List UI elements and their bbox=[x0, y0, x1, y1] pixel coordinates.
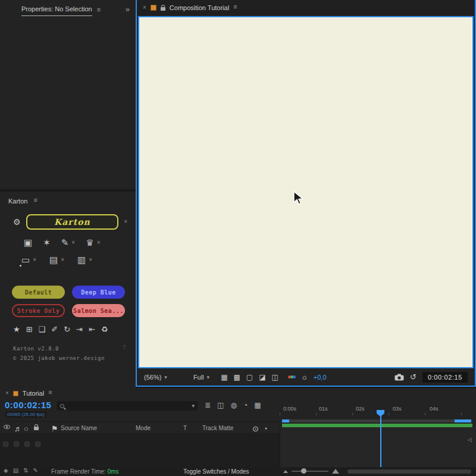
label-flag-icon[interactable]: ⚑ bbox=[51, 425, 58, 433]
column-mode[interactable]: Mode bbox=[136, 425, 151, 431]
zoom-slider-handle[interactable] bbox=[301, 468, 306, 474]
solo-icon[interactable]: ○ bbox=[24, 425, 29, 433]
panel-menu-icon[interactable]: ≡ bbox=[48, 389, 52, 398]
rows-layout-icon[interactable]: ▤ bbox=[49, 255, 58, 264]
composition-viewport[interactable] bbox=[138, 16, 474, 368]
close-icon[interactable]: × bbox=[71, 240, 75, 246]
video-eye-icon[interactable] bbox=[4, 425, 10, 429]
close-icon[interactable]: × bbox=[33, 257, 36, 263]
frame-blending-icon[interactable]: ◍ bbox=[230, 402, 236, 409]
panel-menu-icon[interactable]: ≡ bbox=[33, 196, 37, 206]
horizontal-scrollbar[interactable] bbox=[347, 469, 471, 474]
work-area-bar[interactable] bbox=[282, 419, 471, 422]
playhead-line[interactable] bbox=[380, 415, 381, 467]
close-icon[interactable]: × bbox=[61, 257, 64, 263]
close-icon[interactable]: × bbox=[143, 5, 146, 11]
preset-stroke-only-button[interactable]: Stroke Only bbox=[12, 304, 65, 317]
edit-icon[interactable]: ✎ bbox=[33, 468, 38, 474]
hook-icon[interactable]: ✐ bbox=[51, 325, 58, 333]
display-icon[interactable]: ▭ bbox=[21, 255, 30, 265]
close-icon[interactable]: × bbox=[97, 240, 101, 246]
refresh-icon[interactable]: ↻ bbox=[64, 325, 70, 333]
sort-icon[interactable]: ⇅ bbox=[23, 468, 28, 474]
karton-brand-box[interactable]: Karton bbox=[26, 214, 119, 230]
delete-icon[interactable]: ♻ bbox=[101, 325, 108, 333]
export-icon[interactable]: ⇤ bbox=[89, 325, 95, 333]
playhead-handle[interactable] bbox=[377, 410, 384, 416]
region-of-interest-icon[interactable]: ▢ bbox=[246, 374, 253, 381]
resolution-select[interactable]: Full ▾ bbox=[193, 374, 209, 381]
column-source-name[interactable]: Source Name bbox=[61, 425, 97, 431]
lock-icon[interactable] bbox=[161, 7, 165, 11]
resolution-value: Full bbox=[193, 374, 204, 381]
work-area-end-handle[interactable] bbox=[455, 419, 471, 422]
timeline-tab[interactable]: Tutorial bbox=[23, 390, 44, 397]
toggle-switches-modes-button[interactable]: Toggle Switches / Modes bbox=[183, 468, 249, 475]
snapshot-camera-icon[interactable] bbox=[394, 374, 404, 381]
columns-layout-icon[interactable]: ▥ bbox=[77, 255, 86, 264]
panel-expand-icon[interactable]: » bbox=[126, 5, 130, 16]
mask-visibility-icon[interactable]: ◪ bbox=[259, 374, 265, 381]
preview-timecode[interactable]: 0:00:02:15 bbox=[422, 372, 468, 383]
panel-menu-icon[interactable]: ≡ bbox=[233, 3, 237, 12]
column-track-matte[interactable]: Track Matte bbox=[202, 425, 233, 431]
sticker-icon[interactable]: ★ bbox=[13, 325, 20, 333]
lock-icon[interactable] bbox=[34, 427, 39, 430]
close-icon[interactable]: × bbox=[89, 257, 92, 263]
pen-icon[interactable]: ✎ bbox=[61, 238, 69, 247]
zoom-select[interactable]: (56%) ▾ bbox=[144, 374, 167, 381]
toggle-placeholder bbox=[3, 441, 8, 447]
layer-switch-placeholders bbox=[3, 441, 40, 447]
chevron-down-icon[interactable]: ▾ bbox=[192, 403, 195, 409]
ruler-tick: 03s bbox=[393, 406, 402, 412]
preset-default-button[interactable]: Default bbox=[12, 286, 65, 299]
exposure-icon[interactable]: ☼ bbox=[301, 373, 308, 381]
copy-icon[interactable]: ▣ bbox=[24, 238, 32, 247]
column-t[interactable]: T bbox=[183, 425, 187, 431]
parent-dropdown-icon[interactable]: ◔ bbox=[263, 425, 268, 433]
shy-layers-icon[interactable]: ◫ bbox=[217, 402, 224, 409]
frame-render-time-label: Frame Render Time: bbox=[51, 468, 106, 475]
current-timecode[interactable]: 0:00:02:15 bbox=[5, 400, 51, 410]
close-icon[interactable]: × bbox=[5, 390, 9, 396]
graph-editor-icon[interactable]: ▦ bbox=[254, 402, 261, 409]
pixel-aspect-icon[interactable]: ◫ bbox=[272, 374, 278, 381]
orbit-3d-view-icon[interactable]: ↺ bbox=[410, 373, 416, 381]
zoom-slider-track[interactable] bbox=[292, 471, 328, 472]
panel-tab-icon bbox=[13, 391, 18, 396]
mini-flowchart-icon[interactable]: ≣ bbox=[205, 402, 211, 409]
karton-tab[interactable]: Karton bbox=[8, 198, 27, 205]
search-input[interactable] bbox=[67, 403, 189, 409]
time-ruler[interactable]: 0:00s 01s 02s 03s 04s bbox=[280, 401, 471, 415]
duplicate-icon[interactable]: ❏ bbox=[39, 325, 46, 333]
magic-wand-icon[interactable]: ✶ bbox=[43, 238, 51, 247]
close-icon[interactable]: × bbox=[124, 219, 127, 225]
ruler-tick: 0:00s bbox=[283, 406, 296, 412]
show-channels-icon[interactable] bbox=[289, 375, 296, 378]
crown-icon[interactable]: ♛ bbox=[86, 238, 93, 247]
live-update-icon[interactable]: ◈ bbox=[4, 468, 8, 474]
work-area-start-handle[interactable] bbox=[282, 419, 289, 422]
comp-marker-icon[interactable]: ◁ bbox=[468, 437, 472, 443]
import-icon[interactable]: ⇥ bbox=[76, 325, 83, 333]
zoom-in-icon[interactable] bbox=[332, 469, 339, 474]
add-icon[interactable]: ⊞ bbox=[26, 325, 33, 333]
draft-icon[interactable]: ▤ bbox=[13, 468, 18, 474]
zoom-out-icon[interactable] bbox=[283, 470, 288, 473]
motion-blur-icon[interactable]: ◔ bbox=[243, 402, 248, 409]
grid-options-icon[interactable]: ▦ bbox=[221, 374, 227, 381]
layer-list-area[interactable] bbox=[0, 434, 280, 467]
parent-pickwhip-icon[interactable]: ⊙ bbox=[252, 425, 259, 433]
properties-tab[interactable]: Properties: No Selection bbox=[21, 5, 92, 16]
exposure-value[interactable]: +0,0 bbox=[314, 374, 327, 381]
composition-tab[interactable]: Composition Tutorial bbox=[170, 4, 229, 11]
preset-salmon-button[interactable]: Salmon Sea... bbox=[72, 304, 125, 317]
gear-icon[interactable]: ⚙ bbox=[13, 217, 21, 227]
preset-deep-blue-button[interactable]: Deep Blue bbox=[72, 286, 125, 299]
properties-panel-header: Properties: No Selection ≡ » bbox=[0, 0, 136, 16]
audio-icon[interactable]: ♬ bbox=[14, 425, 22, 433]
panel-menu-icon[interactable]: ≡ bbox=[97, 6, 101, 15]
track-area[interactable] bbox=[280, 427, 476, 467]
transparency-grid-icon[interactable]: ▩ bbox=[233, 374, 240, 381]
display-group: ▭ × bbox=[21, 255, 36, 264]
